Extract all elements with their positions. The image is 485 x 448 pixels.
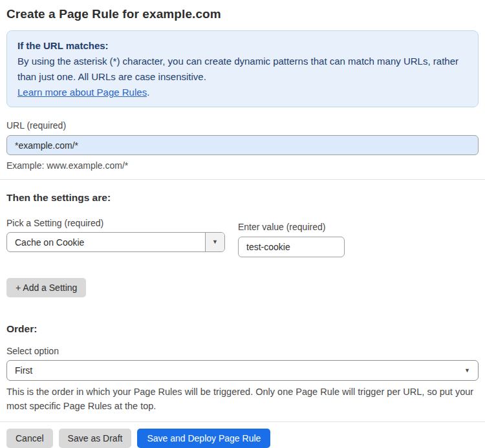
enter-value-column: Enter value (required) bbox=[238, 222, 345, 257]
add-setting-button[interactable]: + Add a Setting bbox=[6, 278, 86, 297]
setting-dropdown-arrow-button[interactable]: ▼ bbox=[205, 233, 224, 251]
learn-more-link[interactable]: Learn more about Page Rules bbox=[17, 87, 147, 98]
setting-value-input[interactable] bbox=[238, 237, 345, 257]
info-box-body: By using the asterisk (*) character, you… bbox=[17, 54, 468, 85]
order-select[interactable]: First ▼ bbox=[6, 360, 479, 381]
chevron-down-icon: ▼ bbox=[212, 239, 218, 245]
pick-setting-column: Pick a Setting (required) Cache on Cooki… bbox=[6, 218, 225, 252]
settings-row: Pick a Setting (required) Cache on Cooki… bbox=[6, 218, 479, 257]
pick-setting-label: Pick a Setting (required) bbox=[6, 218, 225, 228]
url-match-info-box: If the URL matches: By using the asteris… bbox=[6, 30, 479, 107]
save-draft-button[interactable]: Save as Draft bbox=[59, 429, 132, 448]
info-box-heading: If the URL matches: bbox=[17, 38, 468, 54]
url-label: URL (required) bbox=[6, 120, 479, 131]
setting-dropdown[interactable]: Cache on Cookie ▼ bbox=[6, 232, 225, 252]
order-help-text: This is the order in which your Page Rul… bbox=[6, 385, 479, 413]
save-deploy-button[interactable]: Save and Deploy Page Rule bbox=[137, 429, 270, 448]
url-example-text: Example: www.example.com/* bbox=[6, 160, 479, 171]
url-input[interactable] bbox=[6, 135, 479, 155]
create-page-rule-form: Create a Page Rule for example.com If th… bbox=[0, 6, 485, 448]
order-select-value: First bbox=[15, 365, 32, 376]
divider bbox=[0, 421, 485, 422]
chevron-down-icon: ▼ bbox=[464, 368, 470, 374]
link-period: . bbox=[147, 87, 149, 98]
cancel-button[interactable]: Cancel bbox=[6, 429, 53, 448]
order-select-label: Select option bbox=[6, 346, 479, 356]
settings-section-heading: Then the settings are: bbox=[6, 192, 479, 204]
info-box-link-row: Learn more about Page Rules. bbox=[17, 85, 468, 100]
actions-row: Cancel Save as Draft Save and Deploy Pag… bbox=[6, 429, 479, 448]
page-title: Create a Page Rule for example.com bbox=[6, 6, 479, 21]
order-section-heading: Order: bbox=[6, 323, 479, 335]
enter-value-label: Enter value (required) bbox=[238, 222, 345, 232]
setting-dropdown-value[interactable]: Cache on Cookie bbox=[7, 233, 205, 251]
divider bbox=[0, 179, 485, 180]
